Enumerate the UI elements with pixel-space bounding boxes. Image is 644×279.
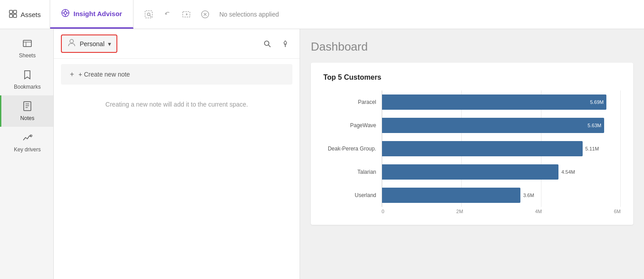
topbar: Assets Insight Advisor: [0, 0, 644, 29]
bars-area: 5.69M 5.63M 5.11M: [382, 90, 621, 207]
svg-rect-2: [9, 14, 13, 17]
bar-talarian: [382, 164, 558, 180]
notes-empty-message: Creating a new note will add it to the c…: [54, 90, 300, 119]
insight-advisor-icon: [61, 9, 70, 19]
insight-advisor-tab[interactable]: Insight Advisor: [50, 0, 133, 29]
bookmarks-icon: [22, 69, 33, 82]
assets-icon: [9, 10, 17, 19]
key-drivers-label: Key drivers: [14, 146, 41, 153]
y-label-0: Paracel: [323, 90, 376, 114]
create-note-button[interactable]: + + Create new note: [61, 64, 292, 85]
notes-header-actions: [260, 37, 292, 51]
svg-rect-0: [9, 10, 13, 13]
svg-line-27: [269, 45, 271, 47]
y-label-4: Userland: [323, 184, 376, 207]
notes-panel: Personal ▾ + + C: [54, 29, 300, 279]
svg-point-25: [70, 39, 73, 43]
bar-value-2: 5.11M: [585, 146, 599, 151]
svg-point-11: [147, 13, 150, 16]
no-selections-label: No selections applied: [219, 11, 279, 18]
notes-panel-header: Personal ▾: [54, 29, 300, 59]
person-icon: [67, 38, 76, 49]
svg-rect-3: [13, 14, 17, 17]
sidebar-item-sheets[interactable]: Sheets: [0, 33, 53, 64]
x-axis: 0 2M 4M 6M: [323, 209, 621, 214]
chart-card: Top 5 Customers Paracel PageWave Deak-Pe…: [311, 63, 633, 225]
notes-label: Notes: [20, 115, 34, 121]
y-axis: Paracel PageWave Deak-Perera Group. Tala…: [323, 90, 382, 207]
chevron-down-icon: ▾: [108, 40, 111, 47]
svg-rect-1: [13, 10, 17, 13]
dashboard-area: Dashboard Top 5 Customers Paracel PageWa…: [300, 29, 644, 279]
main-content: Sheets Bookmarks Notes: [0, 29, 644, 279]
svg-point-5: [64, 12, 67, 14]
personal-dropdown[interactable]: Personal ▾: [61, 34, 117, 53]
topbar-actions: No selections applied: [133, 6, 644, 22]
forward-icon[interactable]: [178, 6, 194, 22]
svg-point-26: [265, 41, 269, 45]
assets-label: Assets: [21, 11, 41, 18]
bar-row-2: 5.11M: [382, 137, 621, 160]
x-label-3: 6M: [614, 209, 621, 214]
sheets-label: Sheets: [19, 52, 35, 59]
svg-rect-20: [24, 102, 31, 111]
svg-line-12: [150, 16, 151, 17]
dashboard-title: Dashboard: [311, 40, 633, 54]
key-drivers-icon: [22, 132, 33, 145]
y-label-2: Deak-Perera Group.: [323, 137, 376, 160]
bar-value-0: 5.69M: [590, 99, 604, 105]
bar-value-3: 4.54M: [561, 169, 575, 175]
notes-icon: [22, 101, 33, 113]
bar-row-0: 5.69M: [382, 90, 621, 114]
x-label-2: 4M: [535, 209, 542, 214]
search-selections-icon[interactable]: [141, 6, 157, 22]
create-note-label: + Create new note: [78, 71, 130, 78]
bar-userland: [382, 188, 520, 203]
y-label-1: PageWave: [323, 114, 376, 137]
bar-pagewave: 5.63M: [382, 118, 604, 133]
insight-advisor-label: Insight Advisor: [73, 10, 122, 17]
back-icon[interactable]: [159, 6, 176, 22]
sheets-icon: [22, 38, 33, 51]
bar-value-4: 3.6M: [523, 193, 534, 198]
chart-title: Top 5 Customers: [323, 73, 621, 82]
bar-deak: [382, 141, 583, 156]
pin-notes-icon[interactable]: [278, 37, 292, 51]
svg-rect-17: [23, 40, 31, 47]
chart-inner: Paracel PageWave Deak-Perera Group. Tala…: [323, 90, 621, 207]
bar-value-1: 5.63M: [588, 123, 601, 128]
create-note-icon: +: [70, 70, 74, 78]
bar-row-1: 5.63M: [382, 114, 621, 137]
x-label-0: 0: [382, 209, 384, 214]
bar-row-4: 3.6M: [382, 184, 621, 207]
clear-selections-icon[interactable]: [197, 6, 213, 22]
bar-chart: Paracel PageWave Deak-Perera Group. Tala…: [323, 90, 621, 214]
sidebar-item-notes[interactable]: Notes: [0, 95, 53, 127]
search-notes-icon[interactable]: [260, 37, 275, 51]
sidebar-nav: Sheets Bookmarks Notes: [0, 29, 54, 279]
bar-paracel: 5.69M: [382, 94, 606, 110]
assets-tab[interactable]: Assets: [0, 0, 50, 29]
x-label-1: 2M: [456, 209, 463, 214]
bar-row-3: 4.54M: [382, 160, 621, 184]
y-label-3: Talarian: [323, 160, 376, 184]
personal-label: Personal: [80, 40, 104, 47]
sidebar-item-key-drivers[interactable]: Key drivers: [0, 127, 53, 158]
sidebar-item-bookmarks[interactable]: Bookmarks: [0, 64, 53, 95]
bookmarks-label: Bookmarks: [14, 84, 41, 90]
